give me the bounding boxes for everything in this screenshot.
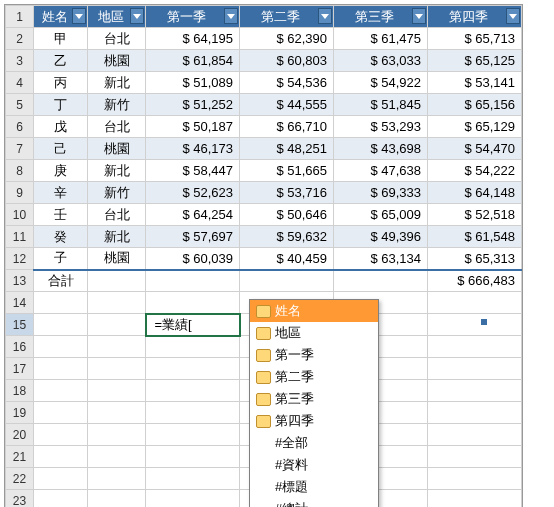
cell-q1[interactable]: $ 50,187 [146,116,240,138]
cell[interactable] [146,446,240,468]
ac-item-q3[interactable]: 第三季 [250,388,378,410]
ac-item-totals[interactable]: #總計 [250,498,378,507]
cell[interactable] [88,446,146,468]
cell-q4[interactable]: $ 65,713 [428,28,522,50]
cell-q3[interactable]: $ 51,845 [334,94,428,116]
cell-q1[interactable]: $ 58,447 [146,160,240,182]
filter-dropdown-icon[interactable] [72,8,86,24]
col-name[interactable]: 姓名 [34,6,88,28]
cell-q3[interactable]: $ 49,396 [334,226,428,248]
cell[interactable] [34,292,88,314]
cell-q2[interactable]: $ 48,251 [240,138,334,160]
formula-cell[interactable]: =業績[ [146,314,240,336]
cell-area[interactable]: 桃園 [88,138,146,160]
row-header[interactable]: 8 [6,160,34,182]
cell[interactable] [428,292,522,314]
col-q3[interactable]: 第三季 [334,6,428,28]
cell[interactable] [146,490,240,508]
filter-dropdown-icon[interactable] [318,8,332,24]
col-area[interactable]: 地區 [88,6,146,28]
cell-q4[interactable]: $ 65,156 [428,94,522,116]
filter-dropdown-icon[interactable] [224,8,238,24]
cell-q3[interactable]: $ 54,922 [334,72,428,94]
cell-area[interactable]: 台北 [88,28,146,50]
row-header[interactable]: 19 [6,402,34,424]
row-header[interactable]: 14 [6,292,34,314]
cell-area[interactable]: 新北 [88,160,146,182]
cell-name[interactable]: 辛 [34,182,88,204]
col-q1[interactable]: 第一季 [146,6,240,28]
filter-dropdown-icon[interactable] [130,8,144,24]
cell-q2[interactable]: $ 59,632 [240,226,334,248]
row-header[interactable]: 6 [6,116,34,138]
cell[interactable] [428,446,522,468]
cell-q2[interactable]: $ 53,716 [240,182,334,204]
cell-name[interactable]: 丁 [34,94,88,116]
cell-name[interactable]: 庚 [34,160,88,182]
cell-q4[interactable]: $ 65,125 [428,50,522,72]
cell[interactable] [34,446,88,468]
row-header[interactable]: 1 [6,6,34,28]
row-header[interactable]: 15 [6,314,34,336]
cell-q3[interactable]: $ 65,009 [334,204,428,226]
row-header[interactable]: 13 [6,270,34,292]
row-header[interactable]: 2 [6,28,34,50]
cell-area[interactable]: 新竹 [88,94,146,116]
cell[interactable] [240,270,334,292]
row-header[interactable]: 9 [6,182,34,204]
row-header[interactable]: 10 [6,204,34,226]
cell-q2[interactable]: $ 62,390 [240,28,334,50]
row-header[interactable]: 5 [6,94,34,116]
cell-q2[interactable]: $ 44,555 [240,94,334,116]
cell-q1[interactable]: $ 64,195 [146,28,240,50]
ac-item-all[interactable]: #全部 [250,432,378,454]
ac-item-area[interactable]: 地區 [250,322,378,344]
cell-area[interactable]: 台北 [88,204,146,226]
cell[interactable] [146,380,240,402]
cell[interactable] [88,468,146,490]
cell[interactable] [34,490,88,508]
total-q4[interactable]: $ 666,483 [428,270,522,292]
cell[interactable] [146,424,240,446]
cell-q1[interactable]: $ 61,854 [146,50,240,72]
cell-q3[interactable]: $ 63,033 [334,50,428,72]
cell[interactable] [428,424,522,446]
cell-q1[interactable]: $ 64,254 [146,204,240,226]
cell[interactable] [88,314,146,336]
cell-q4[interactable]: $ 52,518 [428,204,522,226]
row-header[interactable]: 12 [6,248,34,270]
cell-q3[interactable]: $ 43,698 [334,138,428,160]
cell[interactable] [34,380,88,402]
row-header[interactable]: 7 [6,138,34,160]
cell[interactable] [88,490,146,508]
cell-q1[interactable]: $ 52,623 [146,182,240,204]
cell-name[interactable]: 壬 [34,204,88,226]
cell[interactable] [146,358,240,380]
cell-q1[interactable]: $ 46,173 [146,138,240,160]
cell-q4[interactable]: $ 54,470 [428,138,522,160]
cell[interactable] [34,468,88,490]
cell-q3[interactable]: $ 47,638 [334,160,428,182]
cell-q4[interactable]: $ 64,148 [428,182,522,204]
ac-item-name[interactable]: 姓名 [250,300,378,322]
ac-item-q1[interactable]: 第一季 [250,344,378,366]
cell-q1[interactable]: $ 57,697 [146,226,240,248]
cell[interactable] [146,292,240,314]
cell[interactable] [88,292,146,314]
cell[interactable] [428,314,522,336]
cell[interactable] [88,336,146,358]
row-header[interactable]: 22 [6,468,34,490]
cell[interactable] [88,402,146,424]
cell-q3[interactable]: $ 53,293 [334,116,428,138]
cell-name[interactable]: 子 [34,248,88,270]
cell[interactable] [146,270,240,292]
cell-q3[interactable]: $ 61,475 [334,28,428,50]
cell[interactable] [146,336,240,358]
row-header[interactable]: 17 [6,358,34,380]
row-header[interactable]: 20 [6,424,34,446]
cell-q4[interactable]: $ 61,548 [428,226,522,248]
cell[interactable] [334,270,428,292]
cell-q3[interactable]: $ 63,134 [334,248,428,270]
cell-q1[interactable]: $ 51,252 [146,94,240,116]
cell[interactable] [146,402,240,424]
